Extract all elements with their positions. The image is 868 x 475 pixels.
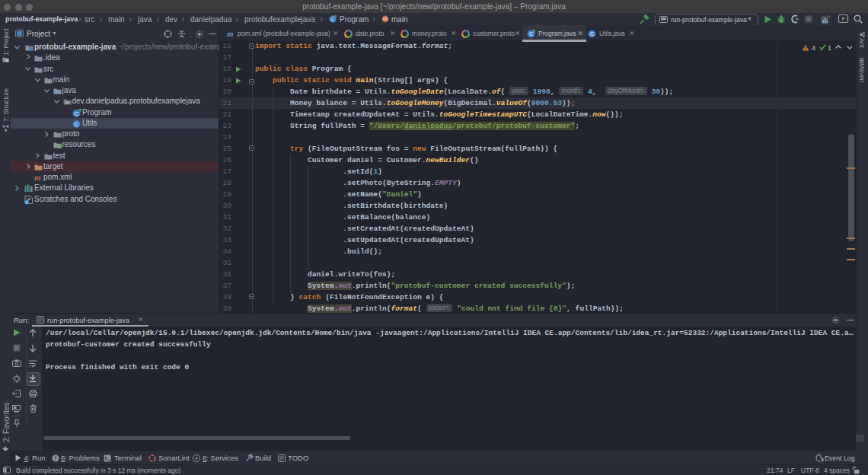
svg-text:C: C xyxy=(74,110,78,117)
svg-text:m: m xyxy=(383,16,388,21)
svg-text:C: C xyxy=(74,121,78,128)
svg-text:C: C xyxy=(529,30,534,37)
svg-text:C: C xyxy=(330,17,334,22)
svg-text:C: C xyxy=(590,30,595,37)
svg-text:m: m xyxy=(227,29,234,38)
